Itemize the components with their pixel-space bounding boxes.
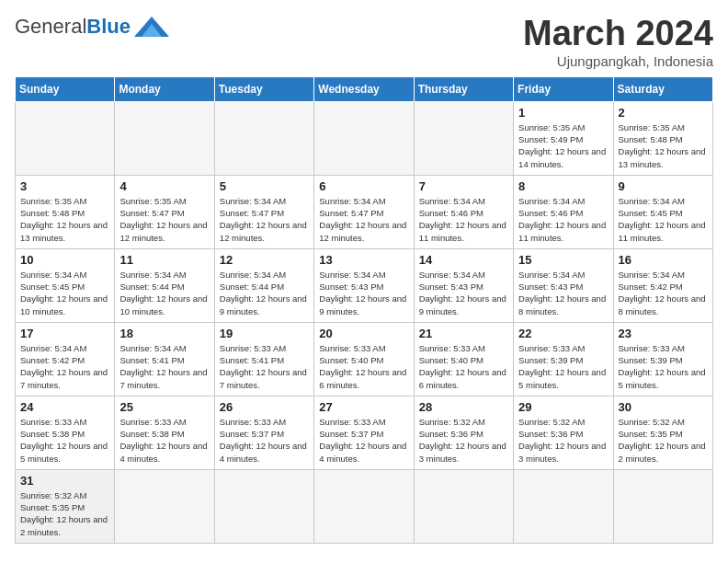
calendar-cell: 30Sunrise: 5:32 AM Sunset: 5:35 PM Dayli… bbox=[613, 396, 712, 469]
day-info: Sunrise: 5:32 AM Sunset: 5:36 PM Dayligh… bbox=[419, 416, 508, 465]
weekday-header-sunday: Sunday bbox=[16, 76, 115, 101]
calendar-cell bbox=[514, 469, 613, 543]
day-info: Sunrise: 5:33 AM Sunset: 5:37 PM Dayligh… bbox=[319, 416, 408, 465]
day-info: Sunrise: 5:33 AM Sunset: 5:41 PM Dayligh… bbox=[220, 342, 309, 391]
calendar-cell bbox=[314, 469, 414, 543]
day-info: Sunrise: 5:33 AM Sunset: 5:37 PM Dayligh… bbox=[220, 416, 309, 465]
calendar-cell: 21Sunrise: 5:33 AM Sunset: 5:40 PM Dayli… bbox=[414, 322, 513, 396]
location-subtitle: Ujungpangkah, Indonesia bbox=[523, 53, 713, 69]
day-number: 11 bbox=[119, 253, 209, 267]
day-info: Sunrise: 5:32 AM Sunset: 5:35 PM Dayligh… bbox=[20, 489, 109, 538]
day-info: Sunrise: 5:34 AM Sunset: 5:41 PM Dayligh… bbox=[119, 342, 209, 391]
day-number: 15 bbox=[518, 253, 608, 267]
calendar-cell bbox=[16, 101, 115, 175]
calendar-cell: 2Sunrise: 5:35 AM Sunset: 5:48 PM Daylig… bbox=[613, 101, 712, 175]
day-number: 6 bbox=[319, 179, 408, 193]
weekday-header-saturday: Saturday bbox=[613, 76, 712, 101]
day-info: Sunrise: 5:34 AM Sunset: 5:47 PM Dayligh… bbox=[220, 195, 309, 244]
calendar-cell: 5Sunrise: 5:34 AM Sunset: 5:47 PM Daylig… bbox=[214, 175, 313, 248]
calendar-cell: 17Sunrise: 5:34 AM Sunset: 5:42 PM Dayli… bbox=[16, 322, 115, 396]
day-info: Sunrise: 5:33 AM Sunset: 5:40 PM Dayligh… bbox=[419, 342, 508, 391]
day-number: 16 bbox=[619, 253, 708, 267]
logo-blue: Blue bbox=[86, 15, 131, 38]
calendar-cell: 10Sunrise: 5:34 AM Sunset: 5:45 PM Dayli… bbox=[16, 248, 115, 322]
day-info: Sunrise: 5:34 AM Sunset: 5:47 PM Dayligh… bbox=[319, 195, 408, 244]
day-number: 17 bbox=[20, 327, 109, 340]
day-info: Sunrise: 5:34 AM Sunset: 5:46 PM Dayligh… bbox=[518, 195, 608, 244]
month-title: March 2024 bbox=[523, 15, 713, 53]
day-number: 12 bbox=[220, 253, 309, 267]
calendar-cell: 1Sunrise: 5:35 AM Sunset: 5:49 PM Daylig… bbox=[514, 101, 613, 175]
calendar-cell: 8Sunrise: 5:34 AM Sunset: 5:46 PM Daylig… bbox=[514, 175, 613, 248]
day-number: 13 bbox=[319, 253, 408, 267]
calendar-cell bbox=[314, 101, 414, 175]
day-info: Sunrise: 5:32 AM Sunset: 5:36 PM Dayligh… bbox=[518, 416, 608, 465]
day-number: 2 bbox=[619, 106, 708, 120]
day-info: Sunrise: 5:35 AM Sunset: 5:49 PM Dayligh… bbox=[518, 121, 608, 170]
day-number: 22 bbox=[518, 327, 608, 340]
calendar-cell: 14Sunrise: 5:34 AM Sunset: 5:43 PM Dayli… bbox=[414, 248, 513, 322]
day-number: 26 bbox=[220, 400, 309, 414]
calendar-table: SundayMondayTuesdayWednesdayThursdayFrid… bbox=[15, 76, 713, 544]
day-number: 7 bbox=[419, 179, 508, 193]
calendar-cell: 9Sunrise: 5:34 AM Sunset: 5:45 PM Daylig… bbox=[613, 175, 712, 248]
calendar-cell: 24Sunrise: 5:33 AM Sunset: 5:38 PM Dayli… bbox=[16, 396, 115, 469]
day-info: Sunrise: 5:34 AM Sunset: 5:44 PM Dayligh… bbox=[220, 269, 309, 317]
day-number: 8 bbox=[518, 179, 608, 193]
calendar-cell bbox=[414, 101, 513, 175]
calendar-cell: 7Sunrise: 5:34 AM Sunset: 5:46 PM Daylig… bbox=[414, 175, 513, 248]
day-info: Sunrise: 5:35 AM Sunset: 5:47 PM Dayligh… bbox=[119, 195, 209, 244]
calendar-cell: 12Sunrise: 5:34 AM Sunset: 5:44 PM Dayli… bbox=[214, 248, 313, 322]
day-number: 9 bbox=[619, 179, 708, 193]
weekday-header-monday: Monday bbox=[115, 76, 214, 101]
day-number: 4 bbox=[119, 179, 209, 193]
calendar-cell: 28Sunrise: 5:32 AM Sunset: 5:36 PM Dayli… bbox=[414, 396, 513, 469]
title-area: March 2024 Ujungpangkah, Indonesia bbox=[523, 15, 713, 69]
day-info: Sunrise: 5:35 AM Sunset: 5:48 PM Dayligh… bbox=[619, 121, 708, 170]
day-number: 30 bbox=[619, 400, 708, 414]
day-info: Sunrise: 5:33 AM Sunset: 5:39 PM Dayligh… bbox=[518, 342, 608, 391]
calendar-cell: 6Sunrise: 5:34 AM Sunset: 5:47 PM Daylig… bbox=[314, 175, 414, 248]
day-info: Sunrise: 5:34 AM Sunset: 5:42 PM Dayligh… bbox=[619, 269, 708, 317]
calendar-cell: 3Sunrise: 5:35 AM Sunset: 5:48 PM Daylig… bbox=[16, 175, 115, 248]
day-info: Sunrise: 5:33 AM Sunset: 5:38 PM Dayligh… bbox=[20, 416, 109, 465]
day-number: 28 bbox=[419, 400, 508, 414]
calendar-cell: 22Sunrise: 5:33 AM Sunset: 5:39 PM Dayli… bbox=[514, 322, 613, 396]
day-number: 31 bbox=[20, 474, 109, 488]
day-number: 20 bbox=[319, 327, 408, 340]
logo-text: GeneralBlue bbox=[15, 15, 131, 39]
weekday-header-thursday: Thursday bbox=[414, 76, 513, 101]
logo: GeneralBlue bbox=[15, 15, 169, 39]
day-number: 5 bbox=[220, 179, 309, 193]
day-number: 23 bbox=[619, 327, 708, 340]
day-info: Sunrise: 5:34 AM Sunset: 5:45 PM Dayligh… bbox=[20, 269, 109, 317]
calendar-cell bbox=[214, 101, 313, 175]
calendar-cell: 16Sunrise: 5:34 AM Sunset: 5:42 PM Dayli… bbox=[613, 248, 712, 322]
day-info: Sunrise: 5:33 AM Sunset: 5:39 PM Dayligh… bbox=[619, 342, 708, 391]
calendar-week-3: 10Sunrise: 5:34 AM Sunset: 5:45 PM Dayli… bbox=[16, 248, 713, 322]
day-number: 14 bbox=[419, 253, 508, 267]
calendar-week-5: 24Sunrise: 5:33 AM Sunset: 5:38 PM Dayli… bbox=[16, 396, 713, 469]
day-info: Sunrise: 5:34 AM Sunset: 5:46 PM Dayligh… bbox=[419, 195, 508, 244]
calendar-week-2: 3Sunrise: 5:35 AM Sunset: 5:48 PM Daylig… bbox=[16, 175, 713, 248]
day-number: 25 bbox=[119, 400, 209, 414]
day-number: 3 bbox=[20, 179, 109, 193]
day-info: Sunrise: 5:34 AM Sunset: 5:42 PM Dayligh… bbox=[20, 342, 109, 391]
calendar-cell bbox=[115, 469, 214, 543]
logo-icon bbox=[134, 17, 169, 37]
calendar-week-1: 1Sunrise: 5:35 AM Sunset: 5:49 PM Daylig… bbox=[16, 101, 713, 175]
day-number: 1 bbox=[518, 106, 608, 120]
calendar-cell: 13Sunrise: 5:34 AM Sunset: 5:43 PM Dayli… bbox=[314, 248, 414, 322]
weekday-header-friday: Friday bbox=[514, 76, 613, 101]
weekday-header-tuesday: Tuesday bbox=[214, 76, 313, 101]
calendar-cell bbox=[613, 469, 712, 543]
day-number: 18 bbox=[119, 327, 209, 340]
day-info: Sunrise: 5:32 AM Sunset: 5:35 PM Dayligh… bbox=[619, 416, 708, 465]
weekday-header-wednesday: Wednesday bbox=[314, 76, 414, 101]
calendar-cell: 26Sunrise: 5:33 AM Sunset: 5:37 PM Dayli… bbox=[214, 396, 313, 469]
calendar-cell: 31Sunrise: 5:32 AM Sunset: 5:35 PM Dayli… bbox=[16, 469, 115, 543]
day-info: Sunrise: 5:33 AM Sunset: 5:38 PM Dayligh… bbox=[119, 416, 209, 465]
calendar-cell: 18Sunrise: 5:34 AM Sunset: 5:41 PM Dayli… bbox=[115, 322, 214, 396]
calendar-cell: 25Sunrise: 5:33 AM Sunset: 5:38 PM Dayli… bbox=[115, 396, 214, 469]
day-info: Sunrise: 5:34 AM Sunset: 5:43 PM Dayligh… bbox=[319, 269, 408, 317]
